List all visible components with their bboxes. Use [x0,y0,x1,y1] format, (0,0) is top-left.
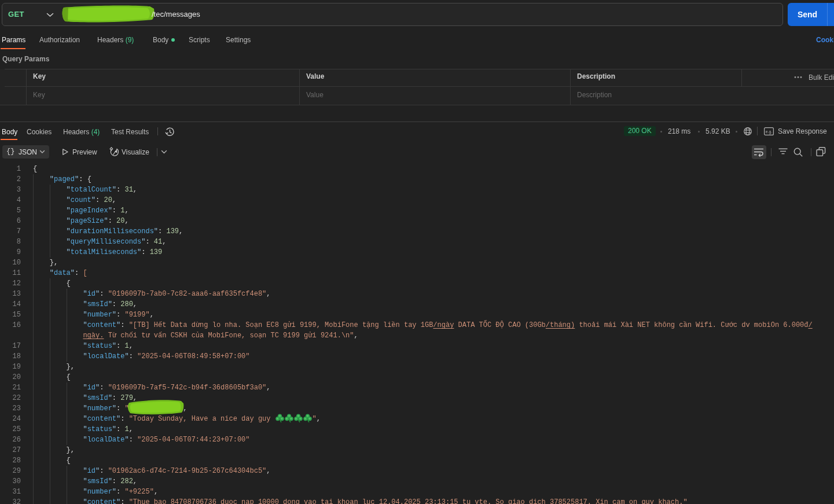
svg-text:e.g.: e.g. [766,130,773,134]
